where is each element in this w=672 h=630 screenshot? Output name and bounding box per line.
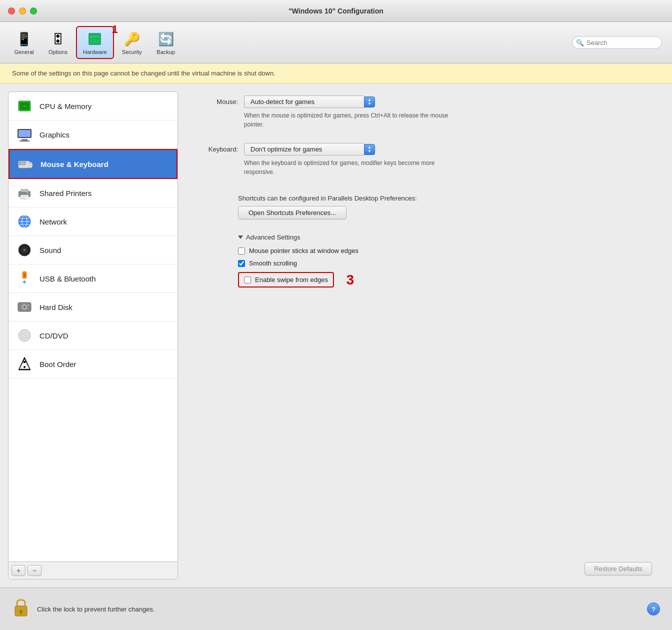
hard-disk-label: Hard Disk — [40, 303, 72, 312]
right-panel: Mouse: Auto-detect for games ▲ ▼ When th… — [178, 84, 672, 588]
advanced-section: Advanced Settings Mouse pointer sticks a… — [238, 234, 652, 292]
svg-point-42 — [24, 366, 26, 368]
shared-printers-icon — [16, 184, 34, 202]
search-icon: 🔍 — [576, 39, 584, 46]
toolbar-item-options[interactable]: 🎛 Options — [42, 27, 74, 58]
sidebar-item-mouse-keyboard[interactable]: Mouse & Keyboard 2 — [8, 149, 178, 179]
open-shortcuts-button[interactable]: Open Shortcuts Preferences... — [238, 206, 346, 220]
cd-dvd-icon — [16, 326, 34, 344]
sidebar-item-graphics[interactable]: Graphics — [8, 120, 178, 149]
title-bar: "Windows 10" Configuration — [0, 0, 672, 22]
svg-point-20 — [26, 192, 28, 194]
network-label: Network — [40, 218, 67, 226]
warning-banner: Some of the settings on this page cannot… — [0, 64, 672, 84]
mouse-select-wrapper[interactable]: Auto-detect for games ▲ ▼ — [244, 96, 454, 108]
mouse-keyboard-icon — [16, 155, 34, 173]
keyboard-spinner[interactable]: ▲ ▼ — [364, 144, 375, 155]
keyboard-label: Keyboard: — [198, 143, 238, 153]
sidebar-item-shared-printers[interactable]: Shared Printers — [8, 179, 178, 208]
graphics-label: Graphics — [40, 130, 70, 139]
enable-swipe-container: Enable swipe from edges 3 — [238, 272, 334, 292]
sidebar-item-cd-dvd[interactable]: CD/DVD — [8, 322, 178, 350]
remove-item-button[interactable]: − — [28, 565, 42, 576]
enable-swipe-row: Enable swipe from edges — [238, 272, 334, 288]
backup-label: Backup — [156, 49, 175, 55]
advanced-header[interactable]: Advanced Settings — [238, 234, 652, 241]
mouse-spinner[interactable]: ▲ ▼ — [364, 96, 375, 108]
spinner-down-icon: ▼ — [368, 102, 372, 106]
cd-dvd-label: CD/DVD — [40, 332, 68, 340]
sidebar-item-usb-bluetooth[interactable]: ✦ USB & Bluetooth — [8, 264, 178, 293]
usb-bluetooth-label: USB & Bluetooth — [40, 274, 96, 283]
keyboard-control: Don't optimize for games ▲ ▼ When the ke… — [244, 143, 454, 176]
sidebar-item-sound[interactable]: Sound — [8, 236, 178, 264]
toolbar-item-security[interactable]: 🔑 Security — [116, 27, 148, 58]
sidebar-item-network[interactable]: Network — [8, 208, 178, 236]
enable-swipe-checkbox[interactable] — [244, 276, 251, 284]
smooth-scrolling-checkbox[interactable] — [238, 260, 245, 267]
keyboard-select-wrapper[interactable]: Don't optimize for games ▲ ▼ — [244, 143, 454, 156]
svg-rect-18 — [22, 196, 28, 197]
general-icon: 📱 — [15, 30, 33, 48]
svg-rect-41 — [24, 361, 26, 363]
mouse-sticks-label: Mouse pointer sticks at window edges — [249, 247, 358, 254]
shortcuts-section: Shortcuts can be configured in Parallels… — [238, 194, 652, 220]
mouse-label: Mouse: — [198, 96, 238, 106]
minimize-button[interactable] — [19, 8, 26, 14]
search-input[interactable] — [572, 36, 662, 49]
search-wrapper[interactable]: 🔍 — [572, 36, 662, 49]
warning-text: Some of the settings on this page cannot… — [12, 70, 276, 77]
sidebar-list: CPU CPU & Memory Graphics — [8, 92, 178, 562]
spinner-down-icon2: ▼ — [368, 150, 372, 154]
main-content: CPU CPU & Memory Graphics — [0, 84, 672, 588]
collapse-icon — [238, 236, 243, 239]
boot-order-icon — [16, 355, 34, 373]
toolbar-item-backup[interactable]: 🔄 Backup — [150, 27, 182, 58]
shortcuts-label: Shortcuts can be configured in Parallels… — [238, 194, 652, 202]
smooth-scrolling-label: Smooth scrolling — [249, 260, 297, 267]
search-container[interactable]: 🔍 — [572, 36, 662, 49]
keyboard-hint: When the keyboard is optimized for games… — [244, 158, 454, 176]
svg-rect-19 — [22, 198, 26, 198]
svg-rect-4 — [18, 130, 30, 137]
toolbar-item-general[interactable]: 📱 General — [8, 27, 40, 58]
sidebar-item-boot-order[interactable]: Boot Order — [8, 350, 178, 378]
bottom-bar: Click the lock to prevent further change… — [0, 588, 672, 630]
mouse-sticks-checkbox[interactable] — [238, 248, 245, 254]
lock-icon[interactable] — [12, 596, 30, 622]
add-item-button[interactable]: + — [12, 565, 26, 576]
svg-rect-8 — [19, 162, 21, 163]
options-icon: 🎛 — [49, 30, 67, 48]
hardware-label: Hardware — [83, 49, 107, 55]
window-title: "Windows 10" Configuration — [288, 7, 384, 15]
svg-text:✦: ✦ — [22, 278, 28, 286]
keyboard-select[interactable]: Don't optimize for games — [244, 143, 364, 156]
boot-order-label: Boot Order — [40, 360, 76, 368]
sidebar-item-hard-disk[interactable]: Hard Disk — [8, 293, 178, 322]
enable-swipe-label: Enable swipe from edges — [255, 276, 328, 284]
restore-defaults-button[interactable]: Restore Defaults — [584, 562, 652, 576]
sound-label: Sound — [40, 246, 61, 254]
close-button[interactable] — [8, 8, 15, 14]
cpu-memory-label: CPU & Memory — [40, 102, 92, 110]
lock-text: Click the lock to prevent further change… — [37, 606, 155, 613]
advanced-label: Advanced Settings — [246, 234, 300, 241]
svg-point-35 — [28, 304, 30, 306]
help-button[interactable]: ? — [647, 602, 660, 616]
window-controls[interactable] — [8, 8, 37, 14]
mouse-field-row: Mouse: Auto-detect for games ▲ ▼ When th… — [198, 96, 652, 129]
svg-text:CPU: CPU — [22, 104, 28, 108]
mouse-select[interactable]: Auto-detect for games — [244, 96, 364, 108]
annotation-1: 1 — [112, 23, 118, 36]
maximize-button[interactable] — [30, 8, 37, 14]
toolbar: 📱 General 🎛 Options ▬▬▬CPU Hardware 1 🔑 … — [0, 22, 672, 64]
sound-icon — [16, 241, 34, 259]
security-icon: 🔑 — [123, 30, 141, 48]
annotation-3: 3 — [346, 272, 354, 288]
usb-bluetooth-icon: ✦ — [16, 270, 34, 288]
toolbar-item-hardware[interactable]: ▬▬▬CPU Hardware 1 — [76, 26, 114, 59]
sidebar-item-cpu-memory[interactable]: CPU CPU & Memory — [8, 92, 178, 120]
restore-defaults-row: Restore Defaults — [198, 552, 652, 576]
shared-printers-label: Shared Printers — [40, 189, 92, 198]
sidebar-footer: + − — [8, 562, 178, 579]
